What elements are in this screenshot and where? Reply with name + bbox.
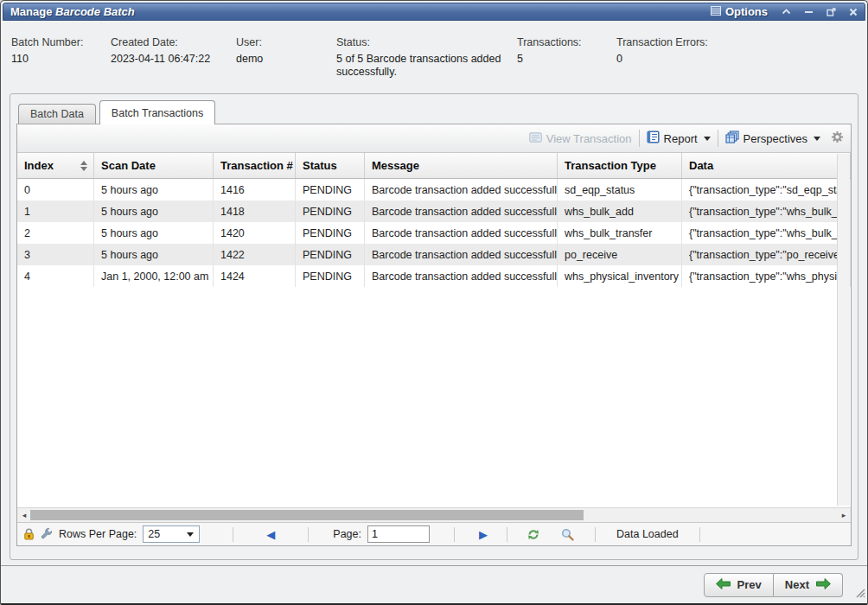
cell-scan-date: 5 hours ago: [94, 244, 214, 265]
grid-panel: View Transaction Report Perspectives: [16, 124, 852, 546]
horizontal-scrollbar-thumb[interactable]: [30, 510, 584, 520]
cell-message: Barcode transaction added successfully.: [365, 222, 558, 244]
batch-number-field: Batch Number: 110: [11, 36, 83, 65]
resize-grip[interactable]: [854, 586, 865, 602]
horizontal-scrollbar: ◂ ▸: [17, 507, 851, 522]
cell-transaction-number: 1420: [214, 222, 296, 244]
next-button[interactable]: Next: [774, 573, 843, 597]
scroll-right-arrow-icon[interactable]: ▸: [837, 508, 851, 522]
grid-body: 0 5 hours ago 1416 PENDING Barcode trans…: [17, 179, 851, 507]
perspectives-button[interactable]: Perspectives: [725, 131, 820, 146]
cell-index: 4: [17, 265, 94, 287]
pager-separator: [308, 527, 309, 542]
table-row[interactable]: 1 5 hours ago 1418 PENDING Barcode trans…: [17, 201, 851, 222]
wrench-icon[interactable]: [41, 528, 53, 540]
popout-icon[interactable]: [827, 8, 836, 16]
user-label: User:: [236, 36, 263, 48]
perspectives-caret-icon: [814, 137, 820, 141]
tab-strip: Batch Data Batch Transactions: [18, 99, 215, 124]
cell-data: {"transaction_type":"whs_bulk_transfer": [682, 222, 851, 244]
transactions-field: Transactions: 5: [517, 36, 582, 65]
refresh-icon[interactable]: [527, 528, 540, 541]
cell-message: Barcode transaction added successfully.: [365, 244, 558, 265]
scroll-left-arrow-icon[interactable]: ◂: [17, 508, 31, 522]
cell-data: {"transaction_type":"sd_eqp_status","b: [682, 179, 851, 201]
column-header-message[interactable]: Message: [365, 153, 558, 178]
cell-message: Barcode transaction added successfully.: [365, 201, 558, 222]
cell-status: PENDING: [296, 201, 365, 222]
options-label: Options: [725, 5, 768, 18]
perspectives-label: Perspectives: [744, 132, 807, 145]
next-arrow-icon: [816, 578, 831, 592]
table-row[interactable]: 0 5 hours ago 1416 PENDING Barcode trans…: [17, 179, 851, 201]
tab-batch-data[interactable]: Batch Data: [18, 104, 96, 124]
pager-separator: [233, 527, 233, 542]
collapse-icon[interactable]: [782, 8, 791, 16]
transaction-errors-label: Transaction Errors:: [616, 36, 708, 48]
view-transaction-button[interactable]: View Transaction: [529, 132, 632, 145]
cell-data: {"transaction_type":"po_receive","barco: [682, 244, 851, 265]
minimize-icon[interactable]: [804, 8, 814, 16]
options-button[interactable]: Options: [711, 5, 768, 18]
status-field: Status: 5 of 5 Barcode transactions adde…: [336, 36, 511, 79]
status-value: 5 of 5 Barcode transactions added succes…: [336, 53, 511, 79]
cell-status: PENDING: [296, 179, 365, 201]
cell-transaction-type: whs_bulk_add: [558, 201, 682, 222]
grid-header-row: Index Scan Date Transaction # Status Mes…: [17, 153, 851, 179]
status-label: Status:: [336, 36, 511, 48]
cell-transaction-number: 1422: [214, 244, 296, 265]
table-row[interactable]: 4 Jan 1, 2000, 12:00 am 1424 PENDING Bar…: [17, 265, 851, 287]
view-transaction-label: View Transaction: [546, 132, 632, 145]
pager-separator: [595, 527, 596, 542]
window-title-emphasis: Barcode Batch: [55, 5, 135, 18]
cell-transaction-number: 1424: [214, 265, 296, 287]
next-page-icon[interactable]: ▶: [479, 529, 488, 540]
tab-batch-transactions[interactable]: Batch Transactions: [99, 100, 215, 124]
pager-bar: Rows Per Page: 25 ◀ Page: ▶: [17, 522, 851, 545]
column-header-transaction-number[interactable]: Transaction #: [214, 153, 296, 178]
column-header-transaction-number-label: Transaction #: [220, 159, 293, 172]
rows-per-page-value: 25: [148, 528, 160, 540]
previous-page-icon[interactable]: ◀: [266, 529, 275, 540]
options-menu-icon: [711, 5, 721, 18]
report-caret-icon: [704, 137, 711, 141]
column-header-data[interactable]: Data: [682, 153, 851, 178]
pager-status-text: Data Loaded: [616, 528, 679, 540]
grid-settings-button[interactable]: [831, 131, 844, 146]
cell-message: Barcode transaction added successfully.: [365, 265, 558, 287]
table-row[interactable]: 2 5 hours ago 1420 PENDING Barcode trans…: [17, 222, 851, 244]
select-chevron-down-icon: [187, 532, 194, 537]
rows-per-page-select[interactable]: 25: [143, 525, 200, 543]
cell-scan-date: 5 hours ago: [94, 179, 214, 201]
close-icon[interactable]: [849, 8, 858, 16]
report-icon: [647, 131, 660, 146]
cell-index: 3: [17, 244, 94, 265]
cell-transaction-type: po_receive: [558, 244, 682, 265]
user-field: User: demo: [236, 36, 263, 65]
lock-columns-icon[interactable]: [23, 528, 35, 540]
created-date-label: Created Date:: [111, 36, 210, 48]
batch-summary: Batch Number: 110 Created Date: 2023-04-…: [1, 22, 867, 92]
toolbar-separator: [718, 130, 718, 147]
column-header-status[interactable]: Status: [296, 153, 365, 178]
cell-scan-date: 5 hours ago: [94, 201, 214, 222]
toolbar-separator: [639, 130, 640, 147]
column-header-scan-date[interactable]: Scan Date: [94, 153, 214, 178]
tab-panel: Batch Data Batch Transactions View Trans…: [10, 93, 858, 560]
column-header-index[interactable]: Index: [17, 153, 94, 178]
prev-button[interactable]: Prev: [704, 573, 774, 597]
cell-status: PENDING: [296, 244, 365, 265]
cell-transaction-number: 1418: [214, 201, 296, 222]
manage-barcode-batch-window: Manage Barcode Batch Options: [0, 0, 868, 605]
search-icon[interactable]: [561, 528, 574, 541]
prev-button-label: Prev: [737, 578, 762, 591]
table-row[interactable]: 3 5 hours ago 1422 PENDING Barcode trans…: [17, 244, 851, 265]
prev-arrow-icon: [716, 578, 731, 592]
page-input[interactable]: [367, 525, 430, 543]
report-button[interactable]: Report: [647, 131, 711, 146]
column-header-scan-date-label: Scan Date: [101, 159, 156, 172]
transactions-value: 5: [517, 53, 582, 65]
cell-message: Barcode transaction added successfully.: [365, 179, 558, 201]
column-header-transaction-type[interactable]: Transaction Type: [558, 153, 682, 178]
created-date-value: 2023-04-11 06:47:22: [111, 53, 210, 65]
